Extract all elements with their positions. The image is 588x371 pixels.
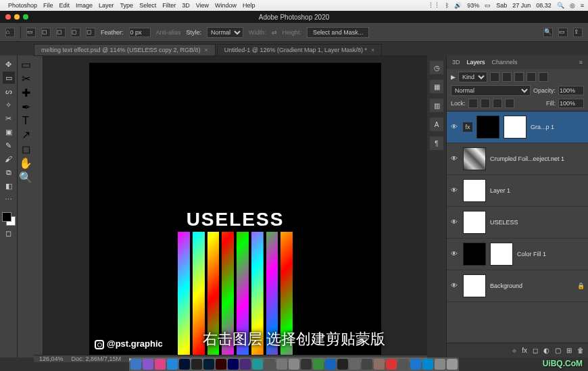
color-swatch[interactable] <box>2 212 16 226</box>
dock-app-icon[interactable] <box>252 359 263 370</box>
layer-name[interactable]: Gra...p 1 <box>531 124 584 130</box>
path-tool-icon[interactable]: ↗ <box>22 128 30 141</box>
filter-smart-icon[interactable] <box>539 72 548 82</box>
layer-item[interactable]: 👁 Background 🔒 <box>447 270 588 302</box>
gradient-tool-icon[interactable]: ◧ <box>3 180 15 192</box>
dock-app-icon[interactable] <box>203 359 214 370</box>
menu-view[interactable]: View <box>196 2 209 9</box>
slice-tool-icon[interactable]: ✂ <box>22 72 30 85</box>
layer-name[interactable]: Crumpled Foil...eeject.net 1 <box>490 155 584 162</box>
spotlight-icon[interactable]: 🔍 <box>557 2 564 9</box>
menu-filter[interactable]: Filter <box>162 2 176 9</box>
visibility-icon[interactable]: 👁 <box>451 218 459 226</box>
menu-image[interactable]: Image <box>76 2 93 9</box>
crop-tool-icon[interactable]: ✂ <box>3 112 15 124</box>
kind-filter[interactable]: Kind <box>458 72 487 82</box>
menu-select[interactable]: Select <box>139 2 156 9</box>
visibility-icon[interactable]: 👁 <box>451 123 459 131</box>
layer-thumb[interactable] <box>463 147 486 170</box>
panel-menu-icon[interactable]: ≡ <box>579 59 583 66</box>
menu-type[interactable]: Type <box>120 2 134 9</box>
close-window-icon[interactable] <box>5 14 11 20</box>
filter-shape-icon[interactable] <box>526 72 536 82</box>
group-icon[interactable]: ▢ <box>555 347 561 354</box>
frame-tool-icon[interactable]: ▣ <box>3 126 15 138</box>
layer-name[interactable]: Layer 1 <box>490 187 584 194</box>
filter-arrow-icon[interactable]: ▶ <box>451 74 456 80</box>
filter-adj-icon[interactable] <box>502 72 512 82</box>
dock-app-icon[interactable] <box>386 359 397 370</box>
layer-item[interactable]: 👁 Color Fill 1 <box>447 239 588 270</box>
feather-input[interactable] <box>129 28 151 37</box>
volume-icon[interactable]: 🔊 <box>454 2 462 9</box>
color-panel-icon[interactable]: ▦ <box>430 80 443 93</box>
dock-app-icon[interactable] <box>325 359 336 370</box>
canvas-stage[interactable]: USELESS @pst.graphic <box>43 56 427 355</box>
dock-app-icon[interactable] <box>398 359 409 370</box>
dock-app-icon[interactable] <box>313 359 324 370</box>
layer-thumb[interactable] <box>463 179 486 202</box>
quickmask-icon[interactable]: ◻ <box>3 227 15 239</box>
adjustment-icon[interactable]: ◐ <box>543 347 549 354</box>
menu-help[interactable]: Help <box>243 2 255 9</box>
clone-tool-icon[interactable]: ⧉ <box>3 166 15 178</box>
zoom-tool-icon[interactable]: 🔍 <box>19 171 32 184</box>
lock-trans-icon[interactable] <box>468 99 478 108</box>
dock-app-icon[interactable] <box>289 359 299 370</box>
dock-app-icon[interactable] <box>447 359 458 370</box>
shape-tool-icon[interactable]: ◻ <box>22 143 30 155</box>
zoom-window-icon[interactable] <box>23 14 28 20</box>
layer-item[interactable]: 👁 Layer 1 <box>447 175 588 207</box>
visibility-icon[interactable]: 👁 <box>451 282 459 290</box>
lock-pixel-icon[interactable] <box>481 99 490 108</box>
blend-mode-select[interactable]: Normal <box>451 85 531 96</box>
wand-tool-icon[interactable]: ✧ <box>3 99 15 111</box>
tool-preset-icon[interactable]: ▭ <box>26 28 36 37</box>
type-tool-icon[interactable]: T <box>22 115 29 127</box>
visibility-icon[interactable]: 👁 <box>451 250 459 258</box>
dock-app-icon[interactable] <box>264 359 275 370</box>
dock-app-icon[interactable] <box>374 359 385 370</box>
layer-item[interactable]: 👁 USELESS <box>447 207 588 239</box>
dock-app-icon[interactable] <box>155 359 166 370</box>
dock-app-icon[interactable] <box>422 359 433 370</box>
marquee-tool-icon[interactable]: ▭ <box>3 72 15 84</box>
fill-input[interactable] <box>558 99 584 108</box>
search-icon[interactable]: 🔍 <box>543 28 553 37</box>
tab-doc-1[interactable]: melting text effect.psd @ 114% (USELESS … <box>34 44 216 55</box>
ruler-vertical[interactable] <box>34 56 43 355</box>
more-tool-icon[interactable]: ⋯ <box>3 193 15 205</box>
dock-app-icon[interactable] <box>276 359 287 370</box>
dock-app-icon[interactable] <box>435 359 445 370</box>
bluetooth-icon[interactable]: ᛒ <box>445 2 449 9</box>
move-tool-icon[interactable]: ✥ <box>3 58 15 70</box>
intersect-selection-icon[interactable]: ◻ <box>86 28 95 37</box>
menu-layer[interactable]: Layer <box>99 2 114 9</box>
dock-app-icon[interactable] <box>337 359 348 370</box>
pen-tool-icon[interactable]: ✒ <box>22 101 30 114</box>
home-icon[interactable]: ⌂ <box>5 28 15 37</box>
lock-pos-icon[interactable] <box>493 99 502 108</box>
tab-layers[interactable]: Layers <box>467 59 485 66</box>
history-panel-icon[interactable]: ◷ <box>430 61 443 74</box>
tab-3d[interactable]: 3D <box>452 59 460 66</box>
brush-tool-icon[interactable]: 🖌 <box>3 153 15 165</box>
menu-window[interactable]: Window <box>215 2 237 9</box>
battery-icon[interactable]: ▭ <box>485 2 491 9</box>
visibility-icon[interactable]: 👁 <box>451 155 459 163</box>
fx-icon[interactable]: fx <box>522 347 527 354</box>
document[interactable]: USELESS @pst.graphic <box>89 63 381 355</box>
dock-app-icon[interactable] <box>240 359 251 370</box>
dock-app-icon[interactable] <box>301 359 312 370</box>
tab-doc-2[interactable]: Untitled-1 @ 126% (Gradient Map 1, Layer… <box>217 44 383 55</box>
link-layers-icon[interactable]: ⟐ <box>512 347 516 354</box>
workspace-icon[interactable]: ▭ <box>558 28 568 37</box>
layer-thumb[interactable] <box>476 116 499 139</box>
zoom-level[interactable]: 126,04% <box>39 355 64 362</box>
layer-item[interactable]: 👁 Crumpled Foil...eeject.net 1 <box>447 143 588 175</box>
select-and-mask-button[interactable]: Select and Mask... <box>307 27 369 38</box>
filter-type-icon[interactable] <box>514 72 524 82</box>
layer-mask-thumb[interactable] <box>490 243 513 266</box>
wifi-icon[interactable]: ⋮⋮ <box>428 2 440 9</box>
dock-app-icon[interactable] <box>143 359 153 370</box>
